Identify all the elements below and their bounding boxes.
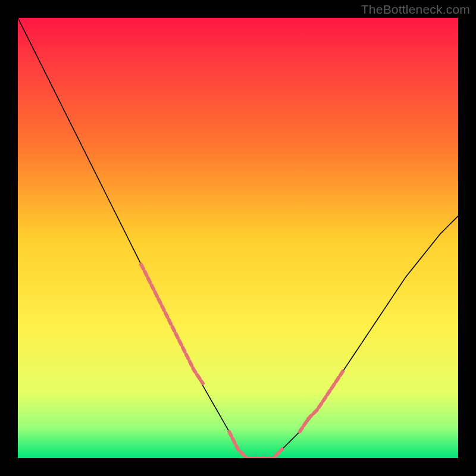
plot-area <box>18 18 458 458</box>
chart-container: TheBottleneck.com <box>0 0 476 476</box>
watermark-text: TheBottleneck.com <box>361 2 470 17</box>
svg-rect-0 <box>18 18 458 458</box>
chart-svg <box>18 18 458 458</box>
